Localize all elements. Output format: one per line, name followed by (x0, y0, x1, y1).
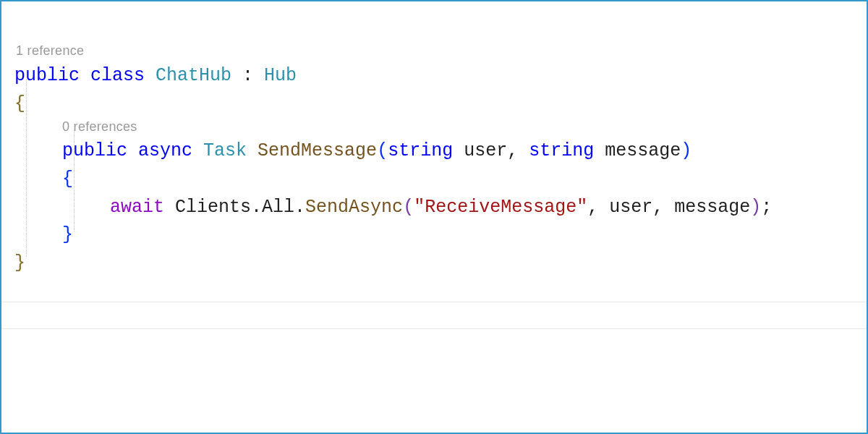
open-paren-2: ( (403, 197, 414, 218)
keyword-string-1: string (388, 140, 453, 161)
colon: : (231, 65, 264, 86)
param-message: message (594, 140, 681, 161)
horizontal-divider-2 (1, 328, 867, 329)
sendasync-method: SendAsync (305, 197, 403, 218)
code-line-await[interactable]: await Clients.All.SendAsync("ReceiveMess… (14, 194, 867, 222)
close-paren-2: ) (750, 197, 761, 218)
class-name: ChatHub (156, 65, 231, 86)
codelens-method-references[interactable]: 0 references (14, 119, 867, 135)
open-paren: ( (377, 140, 388, 161)
comma-3: , (652, 197, 674, 218)
close-brace-method: } (62, 224, 73, 245)
string-literal: "ReceiveMessage" (414, 197, 587, 218)
code-line-method-close-brace[interactable]: } (14, 221, 867, 250)
code-line-method-decl[interactable]: public async Task SendMessage(string use… (14, 137, 867, 166)
dot-2: . (294, 197, 305, 218)
code-line-open-brace[interactable]: { (14, 90, 867, 119)
code-editor-frame: 1 referencepublic class ChatHub : Hub{0 … (0, 0, 868, 434)
comma-1: , (507, 140, 529, 161)
code-line-class-decl[interactable]: public class ChatHub : Hub (14, 62, 867, 90)
code-line-class-close-brace[interactable]: } (14, 250, 867, 278)
keyword-public-2: public (62, 140, 127, 161)
close-paren: ) (681, 140, 692, 161)
open-brace-class: { (14, 93, 25, 114)
open-brace-method: { (62, 169, 73, 190)
method-name: SendMessage (258, 140, 377, 161)
all-ident: All (262, 197, 294, 218)
keyword-public: public (14, 65, 80, 86)
type-task: Task (203, 140, 247, 161)
horizontal-divider-1 (1, 302, 867, 302)
keyword-string-2: string (529, 140, 594, 161)
codelens-class-references[interactable]: 1 reference (16, 43, 867, 59)
semicolon: ; (761, 197, 772, 218)
clients-ident: Clients (164, 197, 251, 218)
keyword-class: class (90, 65, 145, 86)
keyword-await: await (110, 197, 164, 218)
close-brace-class: } (14, 252, 25, 273)
dot-1: . (251, 197, 262, 218)
arg-user: user (609, 197, 652, 218)
base-class: Hub (264, 65, 297, 86)
code-line-method-open-brace[interactable]: { (14, 166, 867, 194)
arg-message: message (674, 197, 750, 218)
param-user: user (453, 140, 507, 161)
comma-2: , (587, 197, 609, 218)
keyword-async: async (138, 140, 192, 161)
code-editor-content[interactable]: 1 referencepublic class ChatHub : Hub{0 … (1, 1, 867, 333)
